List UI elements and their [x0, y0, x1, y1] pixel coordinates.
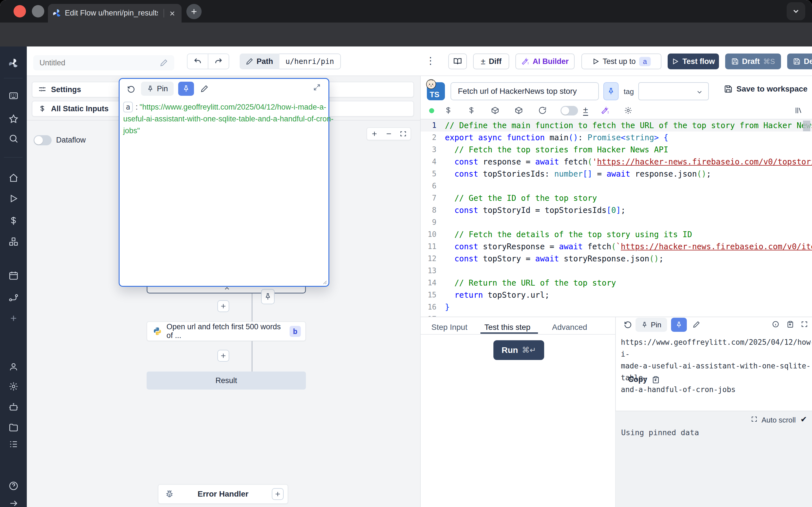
tab-search-chevron-button[interactable] [786, 2, 805, 20]
code-line[interactable]: 10 // Fetch the details of the top story… [421, 228, 812, 240]
undo-icon[interactable] [188, 54, 208, 69]
package-icon[interactable] [514, 105, 524, 115]
flow-node-error-handler[interactable]: Error Handler [158, 484, 288, 504]
close-tab-icon[interactable] [167, 9, 177, 18]
sidebar-item-resources-icon[interactable] [0, 236, 27, 247]
history-icon[interactable] [126, 84, 136, 94]
code-line[interactable]: 7 // Get the ID of the top story [421, 192, 812, 204]
diff-plusminus-icon[interactable]: ± [583, 105, 588, 116]
path-group[interactable]: Path u/henri/pin [240, 54, 341, 69]
tab-step-input[interactable]: Step Input [432, 323, 467, 332]
close-window-button[interactable] [13, 5, 26, 17]
sidebar-item-workers-icon[interactable] [0, 292, 27, 303]
code-line[interactable]: 2export async function main(): Promise<s… [421, 131, 812, 144]
tab-advanced[interactable]: Advanced [552, 323, 587, 332]
code-line[interactable]: 3 // Fetch the top stories from Hacker N… [421, 144, 812, 156]
new-tab-button[interactable] [186, 4, 202, 19]
zoom-out-icon[interactable] [385, 130, 393, 137]
pin-active-button[interactable] [178, 82, 194, 96]
sidebar-item-help-icon[interactable] [0, 480, 27, 492]
windmill-logo-icon[interactable] [0, 58, 27, 69]
path-value[interactable]: u/henri/pin [280, 54, 341, 69]
auto-scroll-expand-icon[interactable] [750, 415, 758, 423]
diff-button[interactable]: ± Diff [473, 54, 509, 69]
zoom-in-icon[interactable] [371, 130, 378, 137]
library-icon[interactable] [794, 105, 804, 115]
test-up-to-button[interactable]: Test up to a [581, 54, 661, 69]
package-icon[interactable] [490, 105, 500, 115]
code-line[interactable]: 14 // Return the URL of the top story [421, 277, 812, 289]
flow-node-result[interactable]: Result [147, 372, 306, 390]
sidebar-item-runs-icon[interactable] [0, 193, 27, 204]
sidebar-item-variables-icon[interactable] [0, 215, 27, 226]
code-editor[interactable]: 1// Define the main function to fetch th… [421, 119, 812, 317]
sidebar-item-settings-gear-icon[interactable] [0, 381, 27, 392]
test-up-to-step-badge[interactable]: a [639, 57, 651, 66]
editor-settings-gear-icon[interactable] [623, 105, 633, 115]
code-line[interactable]: 16} [421, 301, 812, 313]
code-line[interactable]: 5 const topStoriesIds: number[] = await … [421, 168, 812, 180]
code-line[interactable]: 13 [421, 265, 812, 277]
step-name-input[interactable] [451, 82, 599, 100]
sidebar-item-folders-icon[interactable] [0, 422, 27, 433]
edit-pin-pencil-icon[interactable] [692, 320, 701, 329]
code-line[interactable]: 4 const response = await fetch('https://… [421, 156, 812, 168]
code-line[interactable]: 17 [421, 313, 812, 317]
copy-to-clipboard-icon[interactable] [786, 320, 795, 328]
docs-book-button[interactable] [448, 54, 467, 69]
sidebar-item-apps[interactable] [0, 90, 27, 101]
tab-test-this-step[interactable]: Test this step [485, 323, 530, 332]
edit-summary-pencil-icon[interactable] [159, 58, 168, 67]
code-line[interactable]: 6 [421, 180, 812, 192]
code-line[interactable]: 8 const topStoryId = topStoriesIds[0]; [421, 204, 812, 216]
code-line[interactable]: 11 const storyResponse = await fetch(`ht… [421, 240, 812, 252]
auto-scroll-checkmark[interactable]: ✔ [801, 414, 807, 424]
redo-icon[interactable] [208, 54, 229, 69]
edit-pencil-icon[interactable] [200, 84, 209, 94]
sidebar-item-worker-groups-icon[interactable] [0, 401, 27, 412]
auto-scroll-label[interactable]: Auto scroll [762, 416, 796, 425]
flow-summary-input[interactable] [33, 55, 174, 70]
ai-wand-icon[interactable] [600, 105, 610, 115]
sidebar-item-search-icon[interactable] [0, 133, 27, 144]
result-history-icon[interactable] [623, 320, 633, 330]
copy-button[interactable]: Copy [628, 375, 660, 384]
reload-script-icon[interactable] [538, 105, 548, 115]
code-line[interactable]: 12 const topStory = await storyResponse.… [421, 252, 812, 265]
sidebar-item-schedules-icon[interactable] [0, 270, 27, 281]
sidebar-item-home-icon[interactable] [0, 172, 27, 184]
fit-view-icon[interactable] [400, 130, 407, 137]
sidebar-item-favorites-star-icon[interactable] [0, 113, 27, 124]
editor-scrollbar-thumb[interactable] [803, 121, 810, 131]
save-to-workspace-button[interactable]: Save to workspace [724, 84, 808, 94]
more-options-kebab-icon[interactable]: ⋮ [426, 55, 435, 66]
sidebar-item-logs-icon[interactable] [0, 439, 27, 450]
expand-popup-icon[interactable] [312, 83, 321, 92]
result-pin-tab-button[interactable]: Pin [636, 318, 667, 332]
diff-mode-toggle[interactable] [560, 106, 578, 115]
sidebar-item-add-icon[interactable] [0, 313, 27, 324]
ai-builder-button[interactable]: AI Builder [515, 54, 574, 69]
insert-step-plus-button[interactable] [217, 350, 229, 362]
node-pin-badge[interactable] [261, 289, 274, 304]
code-line[interactable]: 1// Define the main function to fetch th… [421, 119, 812, 131]
expand-result-icon[interactable] [800, 320, 809, 328]
pin-tab-button[interactable]: Pin [141, 82, 174, 96]
draft-button[interactable]: Draft ⌘S [725, 54, 781, 69]
deploy-button[interactable]: Deploy [787, 54, 812, 69]
minimize-window-button[interactable] [32, 5, 44, 17]
flow-node-b[interactable]: Open url and fetch first 500 words of ..… [147, 321, 306, 341]
insert-step-plus-button[interactable] [217, 300, 229, 312]
step-pin-active-button[interactable] [603, 82, 619, 100]
resize-handle-icon[interactable] [321, 279, 327, 285]
resources-dollar-icon[interactable] [466, 105, 476, 115]
sidebar-item-users-icon[interactable] [0, 361, 27, 372]
code-line[interactable]: 15 return topStory.url; [421, 289, 812, 301]
browser-tab[interactable]: Edit Flow u/henri/pin_results [48, 4, 182, 22]
info-icon[interactable] [771, 320, 780, 328]
path-label-segment[interactable]: Path [240, 54, 280, 69]
test-flow-button[interactable]: Test flow [668, 54, 719, 69]
dataflow-toggle[interactable] [34, 135, 52, 145]
variables-dollar-icon[interactable] [443, 105, 453, 115]
code-line[interactable]: 9 [421, 216, 812, 228]
